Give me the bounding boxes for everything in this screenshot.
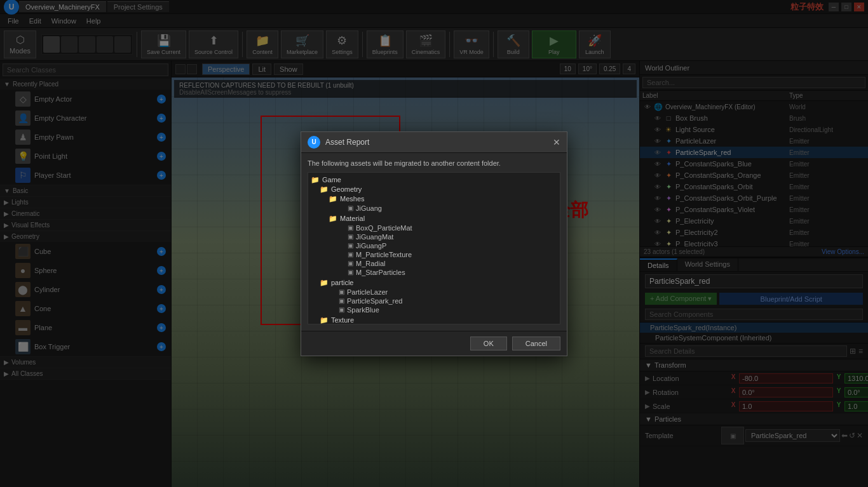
ft-file-mradial[interactable]: ▣M_Radial	[337, 259, 557, 268]
cinematics-btn[interactable]: 🎬 Cinematics	[406, 30, 446, 58]
vis-icon-lazer[interactable]: 👁	[653, 136, 663, 146]
location-x-input[interactable]	[739, 373, 833, 384]
grid-snap-btn[interactable]: 10	[560, 63, 576, 74]
item-cylinder[interactable]: ⬤ Cylinder +	[0, 280, 171, 299]
settings-btn[interactable]: ⚙ Settings	[326, 30, 358, 58]
ft-root-game[interactable]: 📁 Game	[311, 175, 557, 185]
launch-btn[interactable]: 🚀 Launch	[579, 30, 611, 58]
outliner-item-editor[interactable]: 👁 🌐 Overview_MachineryFX (Editor) World	[640, 101, 868, 112]
add-player-start-btn[interactable]: +	[157, 171, 166, 180]
recently-placed-header[interactable]: ▼ Recently Placed	[0, 79, 171, 90]
ft-folder-geometry[interactable]: 📁 Geometry	[320, 185, 557, 194]
add-empty-pawn-btn[interactable]: +	[157, 133, 166, 142]
angle-snap-btn[interactable]: 10°	[578, 63, 597, 74]
visual-effects-header[interactable]: ▶ Visual Effects	[0, 220, 171, 230]
viewport-settings-btn[interactable]	[187, 64, 197, 74]
mode-select-btn[interactable]	[43, 36, 60, 53]
item-sphere[interactable]: ● Sphere +	[0, 261, 171, 280]
geometry-header[interactable]: ▶ Geometry	[0, 231, 171, 242]
view-mode-lit[interactable]: Lit	[252, 63, 271, 75]
vis-icon-sparksblue[interactable]: 👁	[653, 159, 663, 169]
vis-icon-sparksred[interactable]: 👁	[653, 147, 663, 157]
item-empty-actor[interactable]: ◇ Empty Actor +	[0, 90, 171, 109]
scale-expand[interactable]: ▶	[645, 403, 650, 410]
view-options-btn[interactable]: View Options...	[822, 248, 864, 255]
outliner-item-electricity[interactable]: 👁 ✦ P_Electricity Emitter	[640, 215, 868, 227]
search-components-input[interactable]	[645, 309, 863, 320]
viewport-maximize-btn[interactable]	[175, 64, 186, 74]
template-reset-btn[interactable]: ↺	[849, 431, 855, 440]
build-btn[interactable]: 🔨 Build	[498, 30, 529, 58]
item-cone[interactable]: ▲ Cone +	[0, 299, 171, 318]
ft-file-jiguangp[interactable]: ▣JiGuangP	[337, 241, 557, 250]
item-point-light[interactable]: 💡 Point Light +	[0, 147, 171, 166]
ft-file-particlelazer[interactable]: ▣ParticleLazer	[329, 288, 557, 297]
ft-file-jiguang[interactable]: ▣ JiGuang	[337, 204, 557, 213]
marketplace-btn[interactable]: 🛒 Marketplace	[281, 30, 323, 58]
details-tab[interactable]: Details	[640, 258, 677, 271]
outliner-item-sparksorange[interactable]: 👁 ✦ P_ConstantSparks_Orange Emitter	[640, 170, 868, 181]
minimize-btn[interactable]: ─	[829, 3, 839, 11]
vr-mode-btn[interactable]: 👓 VR Mode	[454, 30, 489, 58]
template-clear-btn[interactable]: ✕	[857, 431, 863, 440]
menu-window[interactable]: Window	[46, 16, 81, 26]
modal-ok-btn[interactable]: OK	[470, 337, 507, 350]
add-box-trigger-btn[interactable]: +	[157, 342, 166, 351]
content-btn[interactable]: 📁 Content	[247, 30, 278, 58]
scale-x-input[interactable]	[739, 401, 833, 411]
outliner-item-sparksorbit[interactable]: 👁 ✦ P_ConstantSparks_Orbit Emitter	[640, 181, 868, 192]
outliner-item-electricity2[interactable]: 👁 ✦ P_Electricity2 Emitter	[640, 227, 868, 238]
vis-icon-sparksorange[interactable]: 👁	[653, 170, 663, 180]
play-btn[interactable]: ▶ Play	[532, 30, 576, 58]
search-details-input[interactable]	[645, 345, 847, 357]
rotation-expand[interactable]: ▶	[645, 389, 650, 396]
maximize-btn[interactable]: □	[841, 3, 851, 11]
item-empty-character[interactable]: 👤 Empty Character +	[0, 109, 171, 128]
particles-section-header[interactable]: ▼ Particles	[640, 413, 868, 425]
volumes-header[interactable]: ▶ Volumes	[0, 357, 171, 368]
ft-folder-meshes[interactable]: 📁 Meshes	[329, 194, 557, 204]
outliner-item-sparksblue[interactable]: 👁 ✦ P_ConstantSparks_Blue Emitter	[640, 158, 868, 170]
all-classes-header[interactable]: ▶ All Classes	[0, 368, 171, 379]
outliner-item-orbitpurple[interactable]: 👁 ✦ P_ConstantSparks_Orbit_Purple Emitte…	[640, 192, 868, 204]
ft-file-jiguangmat[interactable]: ▣JiGuangMat	[337, 232, 557, 241]
item-box-trigger[interactable]: ⬜ Box Trigger +	[0, 337, 171, 356]
transform-section-header[interactable]: ▼ Transform	[640, 359, 868, 371]
vis-icon-orbitpurple[interactable]: 👁	[653, 193, 663, 203]
close-btn[interactable]: ✕	[854, 3, 864, 11]
world-settings-tab[interactable]: World Settings	[677, 258, 738, 271]
location-y-input[interactable]	[844, 373, 868, 384]
component-name-input[interactable]	[645, 274, 863, 288]
component-item-inherited[interactable]: ParticleSystemComponent (Inherited)	[640, 333, 868, 343]
ft-folder-material[interactable]: 📁 Material	[329, 214, 557, 223]
add-cube-btn[interactable]: +	[157, 247, 166, 256]
template-browse-btn[interactable]: ⬅	[841, 431, 848, 440]
outliner-search-input[interactable]	[642, 77, 865, 88]
item-plane[interactable]: ▬ Plane +	[0, 318, 171, 337]
vis-icon-editor[interactable]: 👁	[642, 102, 653, 112]
ft-folder-texture[interactable]: 📁 Texture	[320, 316, 557, 324]
menu-file[interactable]: File	[3, 16, 24, 26]
add-component-btn[interactable]: + Add Component ▾	[645, 293, 717, 305]
scale-y-input[interactable]	[844, 401, 868, 411]
vis-icon-orbit[interactable]: 👁	[653, 182, 663, 192]
blueprints-btn[interactable]: 📋 Blueprints	[367, 30, 403, 58]
outliner-item-sparksred[interactable]: 👁 ✦ ParticleSpark_red Emitter	[640, 147, 868, 158]
add-empty-character-btn[interactable]: +	[157, 114, 166, 123]
vis-icon-elec2[interactable]: 👁	[653, 227, 663, 237]
mode-terrain-btn[interactable]	[79, 36, 95, 53]
vis-icon-violet[interactable]: 👁	[653, 204, 663, 215]
template-select[interactable]: ParticleSpark_red	[745, 429, 840, 442]
lights-header[interactable]: ▶ Lights	[0, 197, 171, 208]
mode-geometry-btn[interactable]	[114, 36, 131, 53]
outliner-item-particlelazer[interactable]: 👁 ✦ ParticleLazer Emitter	[640, 135, 868, 147]
location-expand[interactable]: ▶	[645, 375, 650, 382]
add-point-light-btn[interactable]: +	[157, 152, 166, 161]
tab-project-settings[interactable]: Project Settings	[107, 1, 169, 12]
tab-overview[interactable]: Overview_MachineryFX	[19, 1, 106, 12]
mode-paint-btn[interactable]	[61, 36, 78, 53]
item-player-start[interactable]: ⚐ Player Start +	[0, 166, 171, 185]
camera-speed-btn[interactable]: 4	[623, 63, 635, 74]
mode-foliage-btn[interactable]	[97, 36, 113, 53]
ft-file-sparkblue[interactable]: ▣SparkBlue	[329, 305, 557, 314]
